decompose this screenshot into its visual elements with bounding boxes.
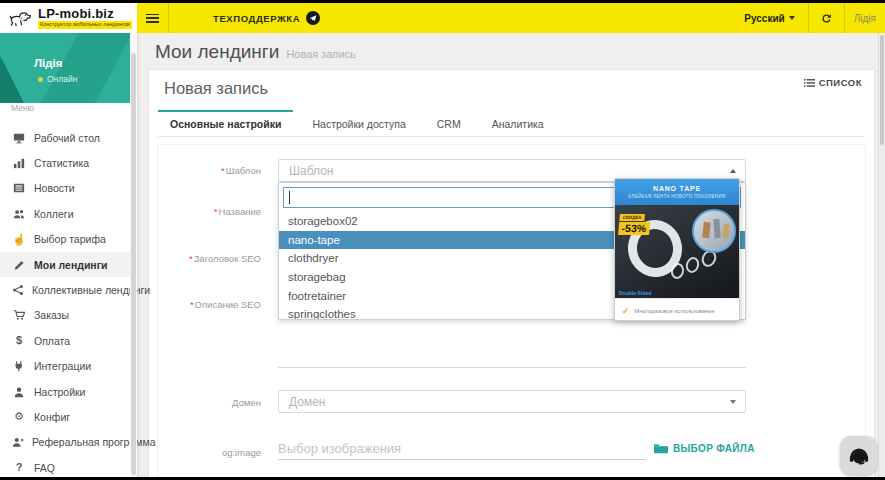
ogimage-input[interactable]: Выбор изображения — [278, 439, 646, 460]
tape-loop-graphic — [684, 255, 701, 274]
tab-analytics[interactable]: Аналитика — [480, 110, 556, 137]
hamburger-menu-icon[interactable] — [146, 14, 159, 23]
cart-icon — [12, 309, 26, 321]
template-preview-popover: NANO TAPE КЛЕЙКАЯ ЛЕНТА НОВОГО ПОКОЛЕНИЯ… — [614, 178, 740, 321]
folder-icon — [654, 443, 668, 454]
name-field-label: *Название — [158, 206, 261, 217]
sidebar-item-referral[interactable]: Реферальная программа — [0, 430, 131, 455]
sidebar-user-panel: Лідія Онлайн — [0, 33, 137, 103]
topbar-user-link[interactable]: Лідія — [845, 13, 885, 24]
preview-feature-text: Многоразовое использование — [635, 308, 715, 314]
user-plus-icon — [12, 436, 24, 448]
sidebar-item-integrations[interactable]: Интеграции — [0, 354, 131, 379]
sidebar-user-name: Лідія — [34, 57, 62, 69]
record-card: Новая запись СПИСОК Основные настройки Н… — [148, 69, 875, 477]
page-title: Мои лендинги — [155, 41, 279, 63]
refresh-icon — [820, 12, 833, 25]
inset-photo-circle — [692, 209, 736, 253]
sidebar-menu: Рабочий стол Статистика Новости Коллеги … — [0, 125, 131, 477]
menu-section-label: Меню — [11, 103, 34, 113]
logo[interactable]: LP-mobi.biz Конструктор мобильных лендин… — [0, 3, 137, 33]
telegram-icon — [306, 11, 320, 25]
page-header: Мои лендинги Новая запись — [155, 41, 356, 63]
refresh-button[interactable] — [809, 12, 844, 25]
text-cursor — [289, 191, 290, 204]
sidebar-item-news[interactable]: Новости — [0, 176, 131, 201]
dog-logo-icon — [9, 9, 33, 28]
page-scrollbar[interactable] — [878, 33, 885, 477]
template-field-label: *Шаблон — [158, 165, 261, 176]
chevron-down-icon — [789, 16, 795, 20]
ogimage-field-label: og:image — [158, 447, 261, 458]
logo-tagline: Конструктор мобильных лендингов — [38, 21, 132, 29]
app-frame: ТЕХПОДДЕРЖКА Русский Лідія — [0, 3, 885, 477]
chevron-down-icon — [730, 400, 736, 404]
hand-pointer-icon: ☝ — [12, 234, 26, 245]
sidebar-item-settings[interactable]: Настройки — [0, 379, 131, 404]
tab-main-settings[interactable]: Основные настройки — [158, 110, 293, 137]
domain-select[interactable]: Домен — [278, 390, 746, 413]
card-heading: Новая запись — [164, 79, 268, 98]
domain-field-label: Домен — [158, 397, 261, 408]
plug-icon — [12, 360, 26, 372]
dollar-icon: $ — [12, 335, 26, 346]
support-label: ТЕХПОДДЕРЖКА — [213, 13, 300, 24]
main-content: Мои лендинги Новая запись Новая запись С… — [137, 33, 885, 477]
topbar-divider — [168, 3, 169, 33]
preview-title: NANO TAPE — [653, 185, 701, 192]
sidebar-item-my-landings[interactable]: Мои лендинги — [0, 252, 131, 277]
tab-crm[interactable]: CRM — [425, 110, 473, 137]
sidebar-item-statistics[interactable]: Статистика — [0, 150, 131, 175]
logo-title: LP-mobi.biz — [38, 7, 132, 20]
preview-subtitle: КЛЕЙКАЯ ЛЕНТА НОВОГО ПОКОЛЕНИЯ — [628, 194, 725, 199]
sidebar-item-payment[interactable]: $ Оплата — [0, 328, 131, 353]
support-link[interactable]: ТЕХПОДДЕРЖКА — [213, 11, 320, 25]
gears-icon: ⚙ — [12, 411, 26, 422]
user-icon — [12, 386, 26, 398]
discount-badge: СКИДКА -53% — [618, 214, 650, 235]
topbar-right-group: Русский Лідія — [731, 3, 885, 33]
online-label: Онлайн — [47, 74, 77, 84]
watermark-text: Double-Sided — [619, 290, 651, 296]
choose-file-button[interactable]: ВЫБОР ФАЙЛА — [654, 443, 755, 454]
users-icon — [12, 208, 26, 220]
tab-bar: Основные настройки Настройки доступа CRM… — [158, 110, 865, 137]
newspaper-icon — [12, 182, 26, 194]
topbar-yellow: ТЕХПОДДЕРЖКА Русский Лідія — [137, 3, 885, 33]
sidebar-item-collective-landings[interactable]: Коллективные лендинги — [0, 277, 131, 302]
desktop-icon — [12, 132, 26, 144]
list-icon — [804, 78, 815, 88]
check-icon: ✓ — [622, 306, 630, 316]
seo-title-field-label: *Заголовок SEO — [158, 253, 261, 264]
sidebar-user-status: Онлайн — [38, 74, 77, 84]
headset-icon — [847, 444, 871, 468]
breadcrumb: Новая запись — [286, 48, 355, 60]
preview-feature-row: ✓ Многоразовое использование — [615, 298, 739, 321]
sidebar-item-colleagues[interactable]: Коллеги — [0, 201, 131, 226]
list-button[interactable]: СПИСОК — [804, 77, 862, 88]
topbar: ТЕХПОДДЕРЖКА Русский Лідія — [0, 3, 885, 33]
bar-chart-icon — [12, 157, 26, 169]
support-chat-widget[interactable] — [840, 436, 877, 475]
pencil-chart-icon — [12, 259, 26, 271]
sidebar-item-faq[interactable]: ? FAQ — [0, 455, 131, 477]
online-dot-icon — [38, 77, 43, 82]
question-icon: ? — [12, 462, 26, 473]
preview-product-image: СКИДКА -53% Double-Sided — [615, 205, 739, 298]
tab-access-settings[interactable]: Настройки доступа — [300, 110, 417, 137]
preview-header: NANO TAPE КЛЕЙКАЯ ЛЕНТА НОВОГО ПОКОЛЕНИЯ — [615, 179, 739, 205]
sidebar-item-dashboard[interactable]: Рабочий стол — [0, 125, 131, 150]
share-icon — [12, 284, 24, 296]
form-panel: *Шаблон *Название *Заголовок SEO *Описан… — [157, 144, 866, 477]
sidebar-item-orders[interactable]: Заказы — [0, 303, 131, 328]
sidebar: Лідія Онлайн Меню Рабочий стол Статистик… — [0, 33, 137, 477]
language-label: Русский — [744, 13, 784, 24]
chevron-up-icon — [730, 169, 736, 173]
language-dropdown[interactable]: Русский — [731, 13, 807, 24]
sidebar-scrollbar[interactable] — [130, 33, 137, 477]
seo-description-field-label: *Описание SEO — [158, 299, 261, 310]
sidebar-item-config[interactable]: ⚙ Конфиг — [0, 404, 131, 429]
sidebar-item-tariff[interactable]: ☝ Выбор тарифа — [0, 227, 131, 252]
